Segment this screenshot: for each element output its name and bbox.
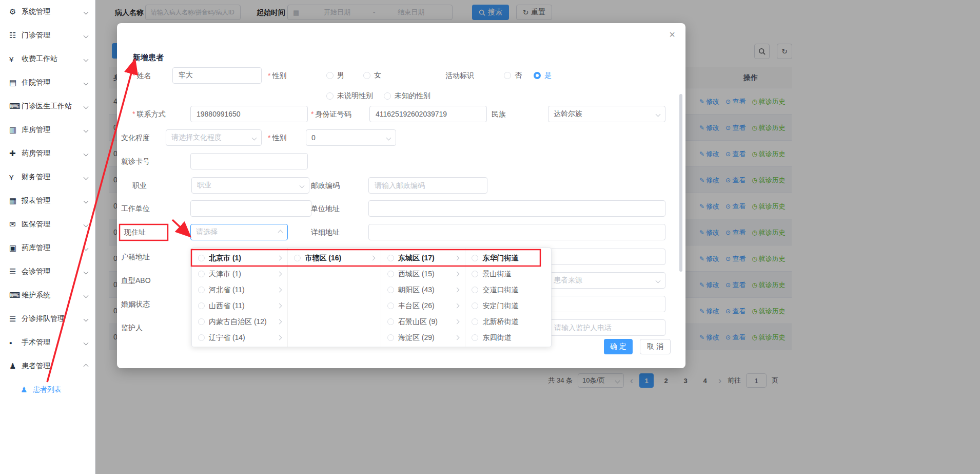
id-number-input[interactable] <box>369 106 487 122</box>
users-icon: ☷ <box>9 31 22 40</box>
close-icon[interactable]: × <box>669 29 675 40</box>
chevron-down-icon <box>84 80 89 85</box>
sidebar-item-surgery-mgmt[interactable]: ▪手术管理 <box>0 331 95 354</box>
cascader-option-jiaodaokou[interactable]: 交道口街道 <box>465 282 551 298</box>
sidebar-item-label: 门诊医生工作站 <box>22 102 84 111</box>
cascader-city-column: 市辖区 (16) <box>288 248 381 347</box>
postal-code-input[interactable] <box>368 177 487 194</box>
cascader-option-jingshan[interactable]: 景山街道 <box>465 266 551 282</box>
radio-icon <box>472 318 478 325</box>
gender-code-select[interactable]: 0 <box>306 129 396 146</box>
chevron-down-icon <box>84 56 89 62</box>
sidebar-item-patient-mgmt[interactable]: ♟患者管理 <box>0 354 95 378</box>
queue-icon: ☰ <box>9 314 22 324</box>
visit-card-input[interactable] <box>190 153 308 169</box>
cascader-option-donghuamen[interactable]: 东华门街道 <box>465 250 551 266</box>
cascader-option-dongsi[interactable]: 东四街道 <box>465 330 551 346</box>
chevron-down-icon <box>84 198 89 203</box>
sidebar-item-warehouse-mgmt[interactable]: ▥库房管理 <box>0 118 95 142</box>
chevron-down-icon <box>656 111 661 117</box>
cascader-province-column: 北京市 (1) 天津市 (1) 河北省 (11) 山西省 (11) 内蒙古自治区… <box>192 248 288 347</box>
radio-icon <box>326 92 334 100</box>
cascader-option-tianjin[interactable]: 天津市 (1) <box>192 266 287 282</box>
sidebar-item-finance-mgmt[interactable]: ¥财务管理 <box>0 165 95 189</box>
current-address-cascader-select[interactable]: 请选择 <box>190 224 288 240</box>
confirm-button[interactable]: 确 定 <box>604 339 633 354</box>
sidebar-item-patient-list[interactable]: ♟患者列表 <box>0 378 95 402</box>
chevron-down-icon <box>252 135 257 140</box>
cascader-option-chaoyang[interactable]: 朝阳区 (43) <box>381 282 465 298</box>
modal-title: 新增患者 <box>133 53 164 63</box>
occupation-select[interactable]: 职业 <box>191 177 309 194</box>
cascader-street-column: 东华门街道 景山街道 交道口街道 安定门街道 北新桥街道 东四街道 <box>465 248 551 347</box>
detail-address-input[interactable] <box>368 224 665 240</box>
cascader-option-shixiaqu[interactable]: 市辖区 (16) <box>288 250 380 266</box>
guardian-label: 监护人 <box>121 319 143 336</box>
warehouse-icon: ▥ <box>9 125 22 135</box>
sidebar-item-system-mgmt[interactable]: ⚙系统管理 <box>0 0 95 24</box>
list-icon: ☰ <box>9 267 22 276</box>
sidebar-item-charging-workstation[interactable]: ¥收费工作站 <box>0 47 95 71</box>
chevron-right-icon <box>277 319 282 325</box>
household-address-label: 户籍地址 <box>121 249 150 265</box>
id-number-label: *身份证号码 <box>311 106 351 122</box>
mail-icon: ✉ <box>9 220 22 229</box>
radio-gender-unknown[interactable]: 未知的性别 <box>384 88 430 104</box>
sidebar-item-medical-insurance-mgmt[interactable]: ✉医保管理 <box>0 213 95 236</box>
sidebar-item-label: 库房管理 <box>22 125 84 135</box>
sidebar-item-outpatient-doctor-workstation[interactable]: ⌨门诊医生工作站 <box>0 94 95 118</box>
cascader-option-beixinqiao[interactable]: 北新桥街道 <box>465 314 551 330</box>
cascader-option-neimenggu[interactable]: 内蒙古自治区 (12) <box>192 314 287 330</box>
radio-icon <box>198 334 205 341</box>
medical-cross-icon: ✚ <box>9 149 22 158</box>
work-unit-input[interactable] <box>190 200 311 217</box>
radio-checked-icon <box>534 72 541 79</box>
radio-label: 女 <box>374 71 381 80</box>
cascader-option-shijingshan[interactable]: 石景山区 (9) <box>381 314 465 330</box>
cascader-option-liaoning[interactable]: 辽宁省 (14) <box>192 330 287 346</box>
patient-source-select[interactable]: 患者来源 <box>548 272 665 289</box>
cascader-option-haidian[interactable]: 海淀区 (29) <box>381 330 465 346</box>
sidebar-item-label: 医保管理 <box>22 220 84 229</box>
cascader-option-hebei[interactable]: 河北省 (11) <box>192 282 287 298</box>
chevron-right-icon <box>277 304 282 309</box>
cascader-option-andingmen[interactable]: 安定门街道 <box>465 298 551 314</box>
cascader-option-fengtai[interactable]: 丰台区 (26) <box>381 298 465 314</box>
chevron-down-icon <box>656 278 661 283</box>
sidebar-item-drug-storage-mgmt[interactable]: ▣药库管理 <box>0 236 95 260</box>
address-cascader-dropdown: 北京市 (1) 天津市 (1) 河北省 (11) 山西省 (11) 内蒙古自治区… <box>191 248 552 347</box>
radio-icon <box>198 271 205 277</box>
radio-active-yes[interactable]: 是 <box>534 67 552 84</box>
radio-gender-unstated[interactable]: 未说明性别 <box>326 88 373 104</box>
sidebar-item-pharmacy-mgmt[interactable]: ✚药房管理 <box>0 142 95 165</box>
radio-label: 未说明性别 <box>337 91 373 101</box>
modal-scrollbar[interactable] <box>679 94 682 272</box>
sidebar-item-report-mgmt[interactable]: ▦报表管理 <box>0 189 95 213</box>
education-select[interactable]: 请选择文化程度 <box>166 129 262 146</box>
name-input[interactable] <box>172 67 262 84</box>
radio-icon <box>387 334 394 341</box>
cascader-option-xicheng[interactable]: 西城区 (15) <box>381 266 465 282</box>
sidebar-item-inpatient-mgmt[interactable]: ▤住院管理 <box>0 71 95 94</box>
cancel-button[interactable]: 取 消 <box>640 339 671 354</box>
unit-address-input[interactable] <box>368 200 665 217</box>
sidebar-item-maintenance-system[interactable]: ⌨维护系统 <box>0 283 95 307</box>
ethnicity-select[interactable]: 达斡尔族 <box>548 106 665 122</box>
gear-icon: ⚙ <box>9 7 22 16</box>
radio-icon <box>384 92 391 100</box>
radio-female[interactable]: 女 <box>363 67 381 84</box>
sidebar-item-label: 维护系统 <box>22 291 84 300</box>
sidebar-item-label: 系统管理 <box>22 7 84 16</box>
cascader-option-beijing[interactable]: 北京市 (1) <box>192 250 287 266</box>
radio-icon <box>198 255 205 261</box>
radio-male[interactable]: 男 <box>326 67 344 84</box>
contact-input[interactable] <box>190 106 308 122</box>
sidebar-item-outpatient-mgmt[interactable]: ☷门诊管理 <box>0 24 95 47</box>
cascader-option-shanxi[interactable]: 山西省 (11) <box>192 298 287 314</box>
cascader-option-dongcheng[interactable]: 东城区 (17) <box>381 250 465 266</box>
radio-active-no[interactable]: 否 <box>504 67 522 84</box>
sidebar-item-triage-queue-mgmt[interactable]: ☰分诊排队管理 <box>0 307 95 331</box>
guardian-phone-input[interactable] <box>548 319 665 336</box>
sidebar-item-consultation-mgmt[interactable]: ☰会诊管理 <box>0 260 95 283</box>
radio-icon <box>387 255 394 261</box>
